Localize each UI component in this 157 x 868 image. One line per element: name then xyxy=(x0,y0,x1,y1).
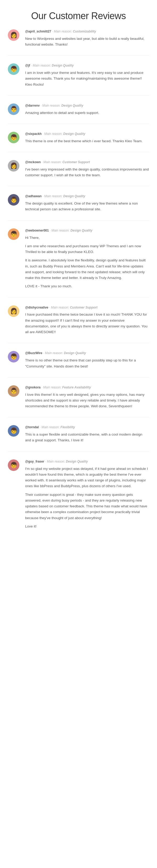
avatar: 👦 xyxy=(8,351,22,369)
avatar: 👦 xyxy=(8,459,22,529)
review-item: 👨@darrenv · Main reason: Design QualityA… xyxy=(8,103,149,124)
avatar: 👨 xyxy=(8,103,22,116)
review-text: I'm so glad my website project was delay… xyxy=(25,466,149,530)
review-reason: Design Quality xyxy=(64,351,86,355)
review-content: @darrenv · Main reason: Design QualityAm… xyxy=(25,103,149,116)
review-item: 👩@april_schmitt27 · Main reason: Customi… xyxy=(8,29,149,56)
review-paragraph: New to Wordpress and websites last year,… xyxy=(25,36,149,48)
review-reason-label: · Main reason: xyxy=(41,160,62,164)
review-reason-label: · Main reason: xyxy=(45,460,66,463)
review-username: @torndal xyxy=(25,425,39,429)
reviews-container: 👩@april_schmitt27 · Main reason: Customi… xyxy=(0,29,157,556)
avatar: 👦 xyxy=(8,132,22,144)
review-paragraph: There is no other theme out there that c… xyxy=(25,358,149,369)
review-reason: Design Quality xyxy=(70,229,92,232)
avatar: 👩 xyxy=(8,305,22,335)
avatar-image: 👦 xyxy=(8,425,19,437)
review-content: @sixpackh · Main reason: Design QualityT… xyxy=(25,132,149,144)
review-text: This is a super flexible and customizabl… xyxy=(25,432,149,443)
review-meta: @guy_fraser · Main reason: Design Qualit… xyxy=(25,459,149,464)
review-content: @dishycreative · Main reason: Customer S… xyxy=(25,305,149,335)
review-username: @darrenv xyxy=(25,104,40,107)
review-reason-label: · Main reason: xyxy=(40,425,60,429)
review-item: 👦@sixpackh · Main reason: Design Quality… xyxy=(8,132,149,152)
review-reason: Customer Support xyxy=(70,306,97,309)
review-reason: Customer Support xyxy=(62,160,90,164)
review-content: @mckown · Main reason: Customer SupportI… xyxy=(25,160,149,178)
review-content: @webowner001 · Main reason: Design Quali… xyxy=(25,228,149,289)
review-paragraph: It is awesome. I absolutely love the fle… xyxy=(25,257,149,281)
review-item: 👦@BuzzWire · Main reason: Design Quality… xyxy=(8,351,149,377)
review-meta: @adhawan · Main reason: Design Quality xyxy=(25,194,149,198)
avatar-image: 👨 xyxy=(8,194,19,206)
review-username: @BuzzWire xyxy=(25,351,42,355)
review-text: I have purchased this theme twice becaus… xyxy=(25,312,149,335)
review-paragraph: Their customer support is great - they m… xyxy=(25,492,149,521)
review-paragraph: Amazing attention to detail and superb s… xyxy=(25,110,149,116)
review-reason: Design Quality xyxy=(66,460,88,463)
review-content: @torndal · Main reason: FlexibilityThis … xyxy=(25,425,149,443)
review-content: @adhawan · Main reason: Design QualityTh… xyxy=(25,194,149,212)
review-meta: @darrenv · Main reason: Design Quality xyxy=(25,103,149,108)
avatar: 👩 xyxy=(8,29,22,48)
review-text: The design quality is excellent. One of … xyxy=(25,200,149,212)
review-reason: Feature Availability xyxy=(62,385,91,389)
review-item: 👦@jf · Main reason: Design QualityI am i… xyxy=(8,63,149,96)
review-paragraph: I have purchased this theme twice becaus… xyxy=(25,312,149,335)
review-reason-label: · Main reason: xyxy=(31,64,52,67)
avatar-image: 👦 xyxy=(8,351,19,363)
review-meta: @jf · Main reason: Design Quality xyxy=(25,63,149,68)
review-username: @jf xyxy=(25,64,30,67)
review-content: @guy_fraser · Main reason: Design Qualit… xyxy=(25,459,149,529)
avatar-image: 👦 xyxy=(8,459,19,471)
review-paragraph: The design quality is excellent. One of … xyxy=(25,200,149,212)
review-paragraph: Hi There, xyxy=(25,235,149,241)
review-item: 👨@adhawan · Main reason: Design QualityT… xyxy=(8,194,149,220)
review-item: 👦@torndal · Main reason: FlexibilityThis… xyxy=(8,425,149,451)
review-paragraph: I am one who researches and purchases ma… xyxy=(25,243,149,255)
review-text: This theme is one of the best theme whic… xyxy=(25,138,149,144)
review-reason-label: · Main reason: xyxy=(42,194,63,198)
review-reason-label: · Main reason: xyxy=(50,229,70,232)
review-paragraph: I love this theme! It is very well desig… xyxy=(25,392,149,409)
review-reason: Design Quality xyxy=(61,104,83,107)
review-username: @gnokora xyxy=(25,385,40,389)
avatar-image: 👦 xyxy=(8,132,19,143)
review-paragraph: Love it! xyxy=(25,524,149,529)
avatar: 👨 xyxy=(8,385,22,409)
review-item: 👦@guy_fraser · Main reason: Design Quali… xyxy=(8,459,149,537)
review-meta: @mckown · Main reason: Customer Support xyxy=(25,160,149,164)
avatar: 👦 xyxy=(8,63,22,88)
avatar-image: 👦 xyxy=(8,228,19,240)
review-item: 👦@webowner001 · Main reason: Design Qual… xyxy=(8,228,149,298)
page-title: Our Customer Reviews xyxy=(0,0,157,29)
avatar-image: 👨 xyxy=(8,103,19,115)
review-username: @mckown xyxy=(25,160,41,164)
review-meta: @BuzzWire · Main reason: Design Quality xyxy=(25,351,149,355)
review-meta: @april_schmitt27 · Main reason: Customiz… xyxy=(25,29,149,34)
avatar-image: 👩 xyxy=(8,160,19,172)
avatar-image: 👨 xyxy=(8,385,19,397)
review-meta: @gnokora · Main reason: Feature Availabi… xyxy=(25,385,149,390)
review-text: Hi There,I am one who researches and pur… xyxy=(25,235,149,289)
avatar-image: 👩 xyxy=(8,305,19,317)
review-username: @dishycreative xyxy=(25,306,48,309)
review-content: @BuzzWire · Main reason: Design QualityT… xyxy=(25,351,149,369)
review-meta: @torndal · Main reason: Flexibility xyxy=(25,425,149,430)
review-text: Amazing attention to detail and superb s… xyxy=(25,110,149,116)
review-username: @guy_fraser xyxy=(25,460,44,463)
review-paragraph: This theme is one of the best theme whic… xyxy=(25,138,149,144)
review-username: @adhawan xyxy=(25,194,41,198)
review-username: @sixpackh xyxy=(25,132,41,136)
review-content: @jf · Main reason: Design QualityI am in… xyxy=(25,63,149,88)
avatar-image: 👦 xyxy=(8,63,19,75)
avatar: 👩 xyxy=(8,160,22,178)
review-reason-label: · Main reason: xyxy=(41,385,62,389)
review-text: I am in love with your theme and feature… xyxy=(25,70,149,88)
review-text: I love this theme! It is very well desig… xyxy=(25,392,149,409)
review-username: @april_schmitt27 xyxy=(25,30,51,33)
review-reason: Design Quality xyxy=(63,132,85,136)
review-item: 👨@gnokora · Main reason: Feature Availab… xyxy=(8,385,149,417)
review-paragraph: I am in love with your theme and feature… xyxy=(25,70,149,88)
review-reason-label: · Main reason: xyxy=(49,306,70,309)
